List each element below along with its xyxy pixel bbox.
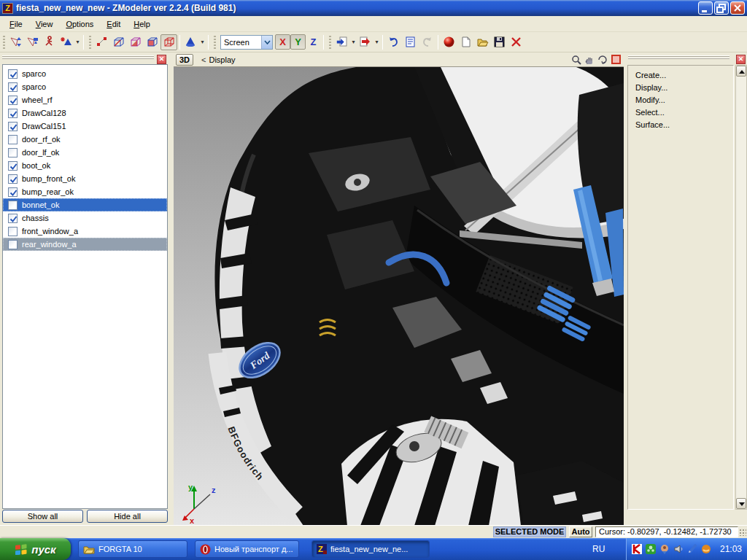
viewport-scene[interactable]: Ford BFGoodrich xyxy=(174,66,624,525)
polygons-mode-icon[interactable] xyxy=(127,34,144,50)
edges-mode-icon[interactable] xyxy=(110,34,127,50)
menu-edit[interactable]: Edit xyxy=(100,18,127,31)
command-create[interactable]: Create... xyxy=(635,69,733,82)
visibility-checkbox[interactable] xyxy=(8,96,18,105)
spotlight-icon[interactable] xyxy=(58,34,74,50)
view-mode-button[interactable]: 3D xyxy=(176,54,193,66)
auto-toggle[interactable]: Auto xyxy=(569,526,592,537)
import-dropdown-icon[interactable]: ▾ xyxy=(350,34,357,50)
render-sphere-icon[interactable] xyxy=(441,34,457,50)
zoom-icon[interactable] xyxy=(570,54,582,66)
list-item[interactable]: front_window_a xyxy=(3,225,167,238)
3d-model-ford-fiesta[interactable]: Ford BFGoodrich xyxy=(174,67,624,526)
list-item[interactable]: boot_ok xyxy=(3,159,167,172)
task-button-browser[interactable]: Новый транспорт д... xyxy=(195,540,299,558)
coordinate-space-combobox[interactable]: Screen xyxy=(220,35,273,50)
title-bar[interactable]: Z fiesta_new_new_new - ZModeler ver 2.2.… xyxy=(0,0,747,16)
open-file-icon[interactable] xyxy=(474,34,491,50)
scene-object-list[interactable]: sparcosparcowheel_rfDrawCal128DrawCal151… xyxy=(2,64,168,509)
panel-drag-grip[interactable] xyxy=(628,55,729,60)
show-all-button[interactable]: Show all xyxy=(2,510,83,523)
list-item[interactable]: rear_window_a xyxy=(3,238,167,251)
visibility-checkbox[interactable] xyxy=(8,161,18,171)
rotate-view-icon[interactable] xyxy=(597,54,608,66)
axis-y-toggle[interactable]: Y xyxy=(290,34,306,50)
resize-grip[interactable] xyxy=(739,529,746,536)
visibility-checkbox[interactable] xyxy=(8,227,18,236)
axis-x-toggle[interactable]: X xyxy=(275,34,290,50)
menu-file[interactable]: File xyxy=(3,18,29,31)
toolbar-grip[interactable] xyxy=(89,36,91,49)
scroll-up-icon[interactable] xyxy=(736,66,746,77)
visibility-checkbox[interactable] xyxy=(8,82,18,92)
import-icon[interactable] xyxy=(333,34,350,50)
new-file-icon[interactable] xyxy=(457,34,474,50)
panel-drag-grip[interactable] xyxy=(2,55,154,60)
list-item[interactable]: bonnet_ok xyxy=(3,198,167,211)
surfaces-mode-icon[interactable] xyxy=(144,34,160,50)
list-item[interactable]: sparco xyxy=(3,67,167,80)
view-back-arrow[interactable]: < xyxy=(201,55,206,64)
kaspersky-icon[interactable] xyxy=(631,543,643,555)
cone-dropdown-icon[interactable]: ▾ xyxy=(199,34,206,50)
command-select[interactable]: Select... xyxy=(635,106,733,119)
cone-tool-icon[interactable] xyxy=(182,34,199,50)
visibility-checkbox[interactable] xyxy=(8,135,18,144)
list-item[interactable]: chassis xyxy=(3,211,167,225)
toolbar-grip[interactable] xyxy=(214,36,216,49)
visibility-checkbox[interactable] xyxy=(8,187,18,197)
close-button[interactable] xyxy=(730,1,745,15)
command-display[interactable]: Display... xyxy=(635,82,733,94)
visibility-checkbox[interactable] xyxy=(8,69,18,79)
download-master-icon[interactable] xyxy=(700,543,712,555)
language-indicator[interactable]: RU xyxy=(592,544,605,554)
start-button[interactable]: пуск xyxy=(0,538,71,560)
visibility-checkbox[interactable] xyxy=(8,174,18,184)
visibility-checkbox[interactable] xyxy=(8,109,18,118)
axis-z-toggle[interactable]: Z xyxy=(306,34,321,50)
list-item[interactable]: bump_rear_ok xyxy=(3,185,167,198)
chevron-down-icon[interactable] xyxy=(261,36,272,49)
hide-all-button[interactable]: Hide all xyxy=(87,510,168,523)
visibility-checkbox[interactable] xyxy=(8,122,18,131)
select-flag-icon[interactable] xyxy=(24,34,41,50)
command-scrollbar[interactable] xyxy=(735,65,747,510)
save-file-icon[interactable] xyxy=(491,34,508,50)
list-item[interactable]: sparco xyxy=(3,80,167,93)
pen-icon[interactable] xyxy=(686,543,698,555)
objects-mode-icon[interactable] xyxy=(160,34,177,50)
vertices-mode-icon[interactable] xyxy=(93,34,110,50)
spotlight-dropdown-icon[interactable]: ▾ xyxy=(74,34,81,50)
walk-mode-icon[interactable] xyxy=(41,34,58,50)
maximize-view-icon[interactable] xyxy=(611,55,621,64)
list-item[interactable]: DrawCal151 xyxy=(3,120,167,133)
export-icon[interactable] xyxy=(357,34,374,50)
menu-view[interactable]: View xyxy=(29,18,60,31)
toolbar-grip[interactable] xyxy=(3,36,5,49)
visibility-checkbox[interactable] xyxy=(8,148,18,158)
visibility-checkbox[interactable] xyxy=(8,214,18,223)
list-item[interactable]: bump_front_ok xyxy=(3,172,167,185)
select-move-icon[interactable] xyxy=(7,34,24,50)
menu-options[interactable]: Options xyxy=(59,18,100,31)
task-button-zmodeler[interactable]: Z fiesta_new_new_ne... xyxy=(311,540,430,558)
volume-icon[interactable] xyxy=(673,543,684,555)
visibility-checkbox[interactable] xyxy=(8,201,18,210)
minimize-button[interactable] xyxy=(698,1,713,15)
list-item[interactable]: DrawCal128 xyxy=(3,106,167,120)
panel-close-icon[interactable]: ✕ xyxy=(157,55,166,64)
undo-icon[interactable] xyxy=(385,34,402,50)
pan-icon[interactable] xyxy=(584,54,595,66)
agent-icon[interactable] xyxy=(659,543,670,555)
scroll-down-icon[interactable] xyxy=(736,498,746,509)
clock[interactable]: 21:03 xyxy=(720,544,742,554)
menu-help[interactable]: Help xyxy=(127,18,157,31)
export-dropdown-icon[interactable]: ▾ xyxy=(374,34,380,50)
list-item[interactable]: door_rf_ok xyxy=(3,133,167,146)
list-item[interactable]: wheel_rf xyxy=(3,93,167,106)
delete-icon[interactable] xyxy=(508,34,525,50)
list-item[interactable]: door_lf_ok xyxy=(3,146,167,159)
selected-mode-indicator[interactable]: SELECTED MODE xyxy=(493,526,566,537)
notes-icon[interactable] xyxy=(402,34,419,50)
command-surface[interactable]: Surface... xyxy=(635,119,733,131)
